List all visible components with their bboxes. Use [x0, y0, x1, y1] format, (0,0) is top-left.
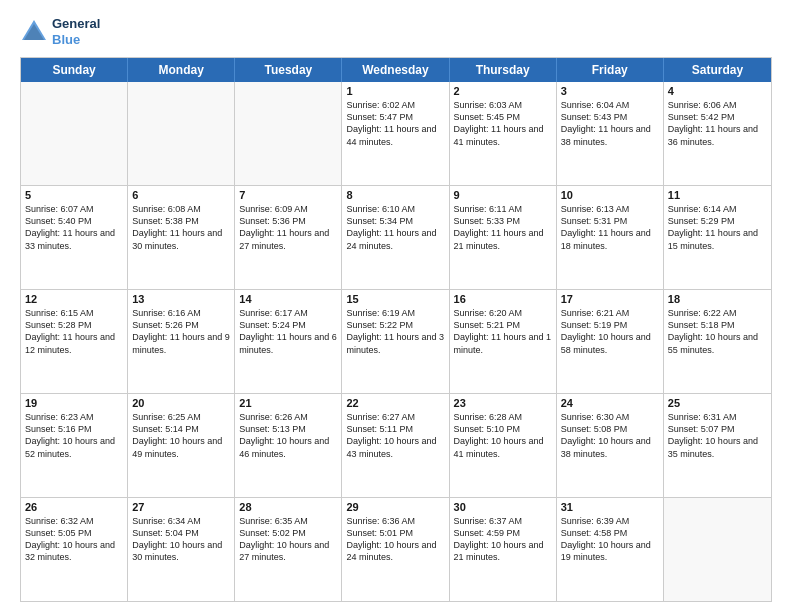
day-number: 7: [239, 189, 337, 201]
day-info: Sunrise: 6:15 AM Sunset: 5:28 PM Dayligh…: [25, 307, 123, 356]
header-day-monday: Monday: [128, 58, 235, 82]
day-number: 1: [346, 85, 444, 97]
calendar-day-2: 2Sunrise: 6:03 AM Sunset: 5:45 PM Daylig…: [450, 82, 557, 185]
calendar-day-31: 31Sunrise: 6:39 AM Sunset: 4:58 PM Dayli…: [557, 498, 664, 601]
calendar-day-18: 18Sunrise: 6:22 AM Sunset: 5:18 PM Dayli…: [664, 290, 771, 393]
calendar-day-28: 28Sunrise: 6:35 AM Sunset: 5:02 PM Dayli…: [235, 498, 342, 601]
day-info: Sunrise: 6:35 AM Sunset: 5:02 PM Dayligh…: [239, 515, 337, 564]
day-info: Sunrise: 6:10 AM Sunset: 5:34 PM Dayligh…: [346, 203, 444, 252]
calendar-day-27: 27Sunrise: 6:34 AM Sunset: 5:04 PM Dayli…: [128, 498, 235, 601]
day-info: Sunrise: 6:31 AM Sunset: 5:07 PM Dayligh…: [668, 411, 767, 460]
day-info: Sunrise: 6:26 AM Sunset: 5:13 PM Dayligh…: [239, 411, 337, 460]
calendar-empty-cell: [128, 82, 235, 185]
day-number: 17: [561, 293, 659, 305]
calendar-week-5: 26Sunrise: 6:32 AM Sunset: 5:05 PM Dayli…: [21, 497, 771, 601]
calendar-header: SundayMondayTuesdayWednesdayThursdayFrid…: [21, 58, 771, 82]
calendar: SundayMondayTuesdayWednesdayThursdayFrid…: [20, 57, 772, 602]
day-number: 18: [668, 293, 767, 305]
day-info: Sunrise: 6:23 AM Sunset: 5:16 PM Dayligh…: [25, 411, 123, 460]
day-number: 3: [561, 85, 659, 97]
calendar-day-26: 26Sunrise: 6:32 AM Sunset: 5:05 PM Dayli…: [21, 498, 128, 601]
calendar-week-4: 19Sunrise: 6:23 AM Sunset: 5:16 PM Dayli…: [21, 393, 771, 497]
day-info: Sunrise: 6:11 AM Sunset: 5:33 PM Dayligh…: [454, 203, 552, 252]
day-info: Sunrise: 6:37 AM Sunset: 4:59 PM Dayligh…: [454, 515, 552, 564]
day-info: Sunrise: 6:03 AM Sunset: 5:45 PM Dayligh…: [454, 99, 552, 148]
day-number: 4: [668, 85, 767, 97]
logo-text: General Blue: [52, 16, 100, 47]
day-number: 24: [561, 397, 659, 409]
calendar-day-3: 3Sunrise: 6:04 AM Sunset: 5:43 PM Daylig…: [557, 82, 664, 185]
day-number: 12: [25, 293, 123, 305]
header-day-wednesday: Wednesday: [342, 58, 449, 82]
calendar-day-6: 6Sunrise: 6:08 AM Sunset: 5:38 PM Daylig…: [128, 186, 235, 289]
calendar-day-13: 13Sunrise: 6:16 AM Sunset: 5:26 PM Dayli…: [128, 290, 235, 393]
calendar-day-29: 29Sunrise: 6:36 AM Sunset: 5:01 PM Dayli…: [342, 498, 449, 601]
header-day-sunday: Sunday: [21, 58, 128, 82]
header-day-thursday: Thursday: [450, 58, 557, 82]
day-number: 9: [454, 189, 552, 201]
day-number: 27: [132, 501, 230, 513]
calendar-day-5: 5Sunrise: 6:07 AM Sunset: 5:40 PM Daylig…: [21, 186, 128, 289]
calendar-day-1: 1Sunrise: 6:02 AM Sunset: 5:47 PM Daylig…: [342, 82, 449, 185]
day-info: Sunrise: 6:16 AM Sunset: 5:26 PM Dayligh…: [132, 307, 230, 356]
day-number: 10: [561, 189, 659, 201]
day-info: Sunrise: 6:27 AM Sunset: 5:11 PM Dayligh…: [346, 411, 444, 460]
page: General Blue SundayMondayTuesdayWednesda…: [0, 0, 792, 612]
calendar-day-4: 4Sunrise: 6:06 AM Sunset: 5:42 PM Daylig…: [664, 82, 771, 185]
calendar-day-30: 30Sunrise: 6:37 AM Sunset: 4:59 PM Dayli…: [450, 498, 557, 601]
day-number: 19: [25, 397, 123, 409]
calendar-empty-cell: [664, 498, 771, 601]
day-info: Sunrise: 6:22 AM Sunset: 5:18 PM Dayligh…: [668, 307, 767, 356]
day-info: Sunrise: 6:14 AM Sunset: 5:29 PM Dayligh…: [668, 203, 767, 252]
header-day-friday: Friday: [557, 58, 664, 82]
calendar-day-10: 10Sunrise: 6:13 AM Sunset: 5:31 PM Dayli…: [557, 186, 664, 289]
day-number: 13: [132, 293, 230, 305]
calendar-day-21: 21Sunrise: 6:26 AM Sunset: 5:13 PM Dayli…: [235, 394, 342, 497]
day-info: Sunrise: 6:04 AM Sunset: 5:43 PM Dayligh…: [561, 99, 659, 148]
calendar-day-9: 9Sunrise: 6:11 AM Sunset: 5:33 PM Daylig…: [450, 186, 557, 289]
day-info: Sunrise: 6:21 AM Sunset: 5:19 PM Dayligh…: [561, 307, 659, 356]
calendar-day-24: 24Sunrise: 6:30 AM Sunset: 5:08 PM Dayli…: [557, 394, 664, 497]
header-day-tuesday: Tuesday: [235, 58, 342, 82]
day-number: 2: [454, 85, 552, 97]
day-number: 6: [132, 189, 230, 201]
day-number: 14: [239, 293, 337, 305]
calendar-day-11: 11Sunrise: 6:14 AM Sunset: 5:29 PM Dayli…: [664, 186, 771, 289]
calendar-day-16: 16Sunrise: 6:20 AM Sunset: 5:21 PM Dayli…: [450, 290, 557, 393]
calendar-day-25: 25Sunrise: 6:31 AM Sunset: 5:07 PM Dayli…: [664, 394, 771, 497]
day-info: Sunrise: 6:02 AM Sunset: 5:47 PM Dayligh…: [346, 99, 444, 148]
day-number: 11: [668, 189, 767, 201]
header: General Blue: [20, 16, 772, 47]
day-number: 20: [132, 397, 230, 409]
day-number: 16: [454, 293, 552, 305]
day-info: Sunrise: 6:34 AM Sunset: 5:04 PM Dayligh…: [132, 515, 230, 564]
calendar-empty-cell: [21, 82, 128, 185]
calendar-week-1: 1Sunrise: 6:02 AM Sunset: 5:47 PM Daylig…: [21, 82, 771, 185]
day-info: Sunrise: 6:19 AM Sunset: 5:22 PM Dayligh…: [346, 307, 444, 356]
day-number: 31: [561, 501, 659, 513]
calendar-day-19: 19Sunrise: 6:23 AM Sunset: 5:16 PM Dayli…: [21, 394, 128, 497]
header-day-saturday: Saturday: [664, 58, 771, 82]
calendar-day-23: 23Sunrise: 6:28 AM Sunset: 5:10 PM Dayli…: [450, 394, 557, 497]
day-number: 5: [25, 189, 123, 201]
calendar-empty-cell: [235, 82, 342, 185]
day-info: Sunrise: 6:20 AM Sunset: 5:21 PM Dayligh…: [454, 307, 552, 356]
day-number: 23: [454, 397, 552, 409]
day-info: Sunrise: 6:09 AM Sunset: 5:36 PM Dayligh…: [239, 203, 337, 252]
day-info: Sunrise: 6:32 AM Sunset: 5:05 PM Dayligh…: [25, 515, 123, 564]
calendar-day-15: 15Sunrise: 6:19 AM Sunset: 5:22 PM Dayli…: [342, 290, 449, 393]
day-number: 26: [25, 501, 123, 513]
calendar-week-3: 12Sunrise: 6:15 AM Sunset: 5:28 PM Dayli…: [21, 289, 771, 393]
day-info: Sunrise: 6:13 AM Sunset: 5:31 PM Dayligh…: [561, 203, 659, 252]
day-number: 15: [346, 293, 444, 305]
day-info: Sunrise: 6:08 AM Sunset: 5:38 PM Dayligh…: [132, 203, 230, 252]
calendar-day-7: 7Sunrise: 6:09 AM Sunset: 5:36 PM Daylig…: [235, 186, 342, 289]
day-info: Sunrise: 6:36 AM Sunset: 5:01 PM Dayligh…: [346, 515, 444, 564]
calendar-day-22: 22Sunrise: 6:27 AM Sunset: 5:11 PM Dayli…: [342, 394, 449, 497]
day-info: Sunrise: 6:17 AM Sunset: 5:24 PM Dayligh…: [239, 307, 337, 356]
calendar-body: 1Sunrise: 6:02 AM Sunset: 5:47 PM Daylig…: [21, 82, 771, 601]
day-info: Sunrise: 6:28 AM Sunset: 5:10 PM Dayligh…: [454, 411, 552, 460]
logo-icon: [20, 18, 48, 46]
day-number: 22: [346, 397, 444, 409]
calendar-day-8: 8Sunrise: 6:10 AM Sunset: 5:34 PM Daylig…: [342, 186, 449, 289]
